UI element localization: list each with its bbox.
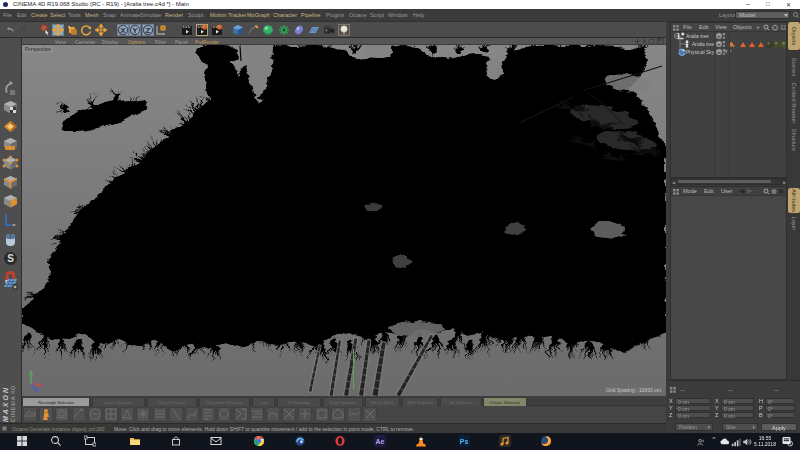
svg-text:X: X bbox=[120, 26, 126, 35]
svg-text:Ps: Ps bbox=[460, 438, 469, 445]
svg-text:Attributes: Attributes bbox=[791, 189, 797, 212]
svg-text:Layer: Layer bbox=[791, 217, 797, 231]
svg-text:Objects: Objects bbox=[791, 27, 797, 46]
svg-text:Ae: Ae bbox=[376, 438, 385, 445]
svg-text:MAXON: MAXON bbox=[2, 387, 9, 422]
svg-text:Content Browser: Content Browser bbox=[791, 83, 797, 124]
svg-text:Y: Y bbox=[132, 26, 138, 35]
svg-text:CINEMA 4D: CINEMA 4D bbox=[10, 386, 16, 422]
svg-text:Z: Z bbox=[146, 26, 151, 35]
svg-text:Scenes: Scenes bbox=[791, 58, 797, 77]
svg-text:S: S bbox=[7, 253, 14, 264]
svg-text:Structure: Structure bbox=[791, 129, 797, 151]
